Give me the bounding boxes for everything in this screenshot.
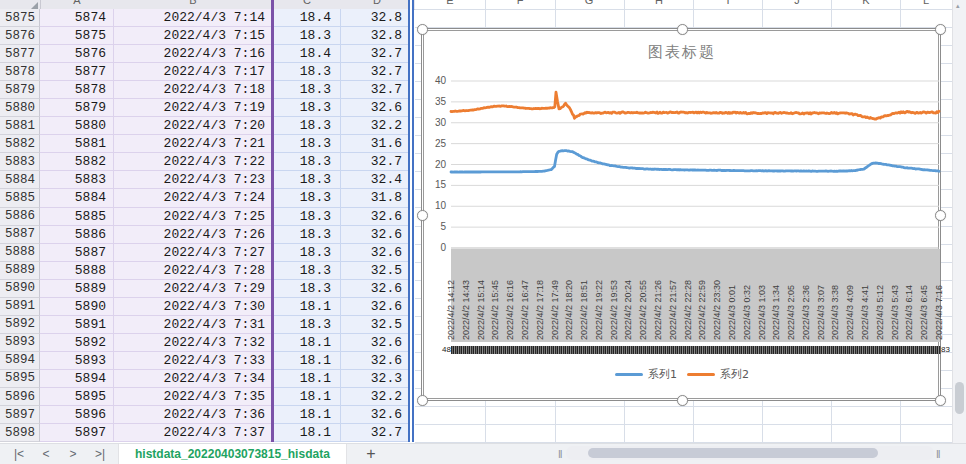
- chart-object[interactable]: 图表标题 0510152025303540 2022/4/2 14:122022…: [421, 28, 941, 401]
- cell-d[interactable]: 32.8: [341, 9, 411, 27]
- cell-d[interactable]: 32.6: [341, 226, 411, 244]
- column-header-F[interactable]: F: [517, 0, 524, 8]
- row-header[interactable]: 5898: [0, 424, 40, 442]
- column-header-A[interactable]: A: [73, 0, 80, 8]
- cell-b[interactable]: 2022/4/3 7:25: [114, 208, 272, 226]
- row-header[interactable]: 5891: [0, 298, 40, 316]
- cell-c[interactable]: 18.1: [272, 406, 341, 424]
- cell-d[interactable]: 32.7: [341, 45, 411, 63]
- cell-c[interactable]: 18.3: [272, 244, 341, 262]
- vertical-scrollbar-thumb[interactable]: [955, 382, 964, 414]
- cell-a[interactable]: 5893: [40, 352, 114, 370]
- cell-c[interactable]: 18.1: [272, 298, 341, 316]
- cell-a[interactable]: 5885: [40, 208, 114, 226]
- cell-b[interactable]: 2022/4/3 7:14: [114, 9, 272, 27]
- cell-d[interactable]: 31.8: [341, 189, 411, 207]
- cell-d[interactable]: 32.6: [341, 244, 411, 262]
- row-header[interactable]: 5896: [0, 388, 40, 406]
- column-header-E[interactable]: E: [446, 0, 453, 8]
- row-header[interactable]: 5889: [0, 262, 40, 280]
- cell-a[interactable]: 5877: [40, 63, 114, 81]
- cell-c[interactable]: 18.1: [272, 334, 341, 352]
- column-header-G[interactable]: G: [585, 0, 594, 8]
- chart-legend[interactable]: 系列1系列2: [422, 367, 942, 382]
- cell-d[interactable]: 32.6: [341, 406, 411, 424]
- hscroll-splitter-right[interactable]: ‖: [936, 447, 940, 461]
- cell-d[interactable]: 32.2: [341, 117, 411, 135]
- cell-a[interactable]: 5874: [40, 9, 114, 27]
- cell-d[interactable]: 32.7: [341, 81, 411, 99]
- resize-handle[interactable]: [417, 24, 428, 35]
- column-header-I[interactable]: I: [726, 0, 729, 8]
- row-header[interactable]: 5881: [0, 117, 40, 135]
- column-header-B[interactable]: B: [189, 0, 196, 8]
- column-header-K[interactable]: K: [862, 0, 869, 8]
- resize-handle[interactable]: [935, 395, 946, 406]
- cell-a[interactable]: 5879: [40, 99, 114, 117]
- cell-a[interactable]: 5876: [40, 45, 114, 63]
- nav-prev-sheet-button[interactable]: <: [35, 444, 57, 464]
- nav-last-sheet-button[interactable]: >|: [89, 444, 111, 464]
- column-header-H[interactable]: H: [655, 0, 663, 8]
- cell-a[interactable]: 5891: [40, 316, 114, 334]
- cell-b[interactable]: 2022/4/3 7:19: [114, 99, 272, 117]
- cell-a[interactable]: 5894: [40, 370, 114, 388]
- cell-c[interactable]: 18.4: [272, 9, 341, 27]
- row-header[interactable]: 5890: [0, 280, 40, 298]
- column-header-C[interactable]: C: [303, 0, 311, 8]
- cell-b[interactable]: 2022/4/3 7:21: [114, 135, 272, 153]
- resize-handle[interactable]: [935, 210, 946, 221]
- row-header[interactable]: 5876: [0, 27, 40, 45]
- row-header[interactable]: 5892: [0, 316, 40, 334]
- cell-a[interactable]: 5890: [40, 298, 114, 316]
- row-header[interactable]: 5880: [0, 99, 40, 117]
- cell-a[interactable]: 5889: [40, 280, 114, 298]
- cell-d[interactable]: 32.7: [341, 63, 411, 81]
- cell-a[interactable]: 5884: [40, 189, 114, 207]
- cell-b[interactable]: 2022/4/3 7:24: [114, 189, 272, 207]
- cell-c[interactable]: 18.3: [272, 189, 341, 207]
- cell-c[interactable]: 18.3: [272, 27, 341, 45]
- cell-b[interactable]: 2022/4/3 7:36: [114, 406, 272, 424]
- cell-c[interactable]: 18.1: [272, 370, 341, 388]
- cell-a[interactable]: 5896: [40, 406, 114, 424]
- cell-d[interactable]: 32.3: [341, 370, 411, 388]
- cell-a[interactable]: 5880: [40, 117, 114, 135]
- add-sheet-button[interactable]: +: [360, 444, 382, 464]
- cell-b[interactable]: 2022/4/3 7:23: [114, 171, 272, 189]
- cell-b[interactable]: 2022/4/3 7:15: [114, 27, 272, 45]
- cell-d[interactable]: 32.7: [341, 153, 411, 171]
- row-header[interactable]: 5878: [0, 63, 40, 81]
- cell-c[interactable]: 18.3: [272, 99, 341, 117]
- nav-next-sheet-button[interactable]: >: [62, 444, 84, 464]
- row-header[interactable]: 5884: [0, 171, 40, 189]
- cell-c[interactable]: 18.3: [272, 316, 341, 334]
- cell-b[interactable]: 2022/4/3 7:22: [114, 153, 272, 171]
- legend-item[interactable]: 系列2: [687, 367, 749, 382]
- cell-c[interactable]: 18.3: [272, 63, 341, 81]
- cell-c[interactable]: 18.3: [272, 135, 341, 153]
- cell-b[interactable]: 2022/4/3 7:27: [114, 244, 272, 262]
- column-header-D[interactable]: D: [373, 0, 381, 8]
- cell-d[interactable]: 32.6: [341, 352, 411, 370]
- cell-c[interactable]: 18.1: [272, 352, 341, 370]
- row-header[interactable]: 5879: [0, 81, 40, 99]
- cell-b[interactable]: 2022/4/3 7:37: [114, 424, 272, 442]
- row-header[interactable]: 5893: [0, 334, 40, 352]
- cell-b[interactable]: 2022/4/3 7:28: [114, 262, 272, 280]
- resize-handle[interactable]: [417, 210, 428, 221]
- cell-b[interactable]: 2022/4/3 7:31: [114, 316, 272, 334]
- row-header[interactable]: 5888: [0, 244, 40, 262]
- column-header-J[interactable]: J: [794, 0, 800, 8]
- cell-b[interactable]: 2022/4/3 7:34: [114, 370, 272, 388]
- cell-d[interactable]: 32.6: [341, 208, 411, 226]
- cell-b[interactable]: 2022/4/3 7:16: [114, 45, 272, 63]
- vscroll-up-arrow-icon[interactable]: ▴: [956, 2, 960, 10]
- cell-c[interactable]: 18.4: [272, 45, 341, 63]
- row-header[interactable]: 5882: [0, 135, 40, 153]
- cell-c[interactable]: 18.3: [272, 171, 341, 189]
- cell-d[interactable]: 32.2: [341, 388, 411, 406]
- cell-c[interactable]: 18.3: [272, 153, 341, 171]
- cell-b[interactable]: 2022/4/3 7:20: [114, 117, 272, 135]
- series-line-系列2[interactable]: [451, 92, 939, 119]
